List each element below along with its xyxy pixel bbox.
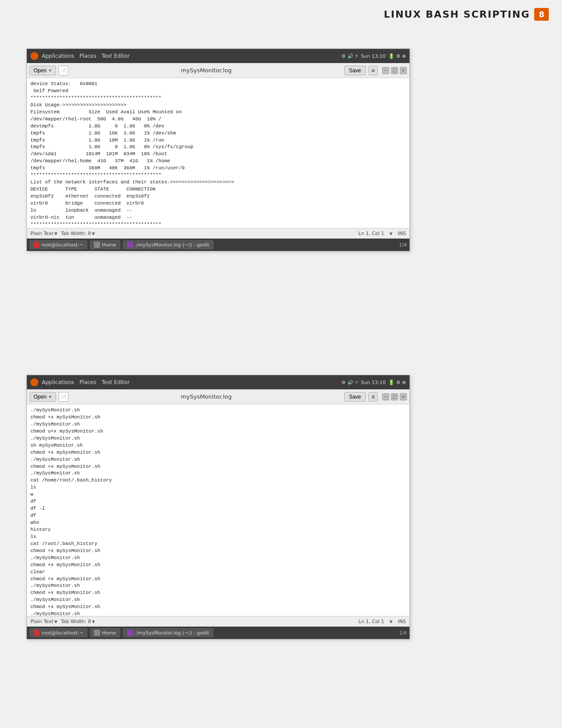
page-header: LINUX BASH SCRIPTING 8: [384, 8, 549, 21]
topbar-menu-1: Applications Places Text Editor: [42, 53, 130, 59]
taskbar-terminal-label-1: root@localhost:~: [41, 242, 83, 248]
doc-icon-1[interactable]: 📄: [59, 66, 68, 75]
window2-toolbar: Open ▼ 📄 mySysMonitor.log Save ≡ − □ ×: [27, 389, 409, 404]
taskbar-terminal-label-2: root@localhost:~: [41, 630, 83, 636]
open-label-2: Open: [33, 394, 46, 400]
window2-topbar: Applications Places Text Editor ⚙ 🔊 ⚡ Su…: [27, 375, 409, 389]
save-button-1[interactable]: Save: [344, 66, 366, 75]
window-2: Applications Places Text Editor ⚙ 🔊 ⚡ Su…: [26, 375, 410, 639]
close-button-1[interactable]: ×: [400, 67, 407, 74]
ln-col-dropdown-1[interactable]: ▼: [390, 231, 393, 236]
tray-extra-1: 🔋 ⚙ ⊕: [388, 53, 406, 59]
taskbar-item-home-1[interactable]: Home: [90, 240, 120, 249]
tray-time-2: Sun 13:10: [361, 380, 386, 385]
home-icon-2: [94, 630, 100, 636]
app-icon-1: [30, 52, 38, 60]
menu-applications-2[interactable]: Applications: [42, 379, 74, 385]
ln-col-dropdown-2[interactable]: ▼: [390, 620, 393, 624]
tab-width-label-1: Tab Width: 8: [61, 231, 91, 236]
tray-icons-2: ⚙ 🔊 ⚡: [341, 380, 358, 385]
tab-width-dropdown-1[interactable]: ▼: [92, 231, 95, 236]
open-button-1[interactable]: Open ▼: [30, 66, 56, 75]
terminal-icon-1: [33, 242, 40, 248]
plain-text-label-2: Plain Text: [30, 619, 53, 624]
close-button-2[interactable]: ×: [400, 393, 407, 400]
taskbar-1: root@localhost:~ Home ./mySysMonitor.log…: [27, 239, 409, 251]
open-dropdown-arrow-1[interactable]: ▼: [48, 68, 52, 73]
terminal-icon-2: [33, 630, 40, 636]
home-icon-1: [94, 242, 100, 248]
taskbar-2: root@localhost:~ Home ./mySysMonitor.log…: [27, 627, 409, 639]
plain-text-dropdown-2[interactable]: ▼: [54, 620, 57, 624]
page-number-badge: 8: [534, 8, 549, 21]
menu-button-2[interactable]: ≡: [368, 392, 378, 402]
plain-text-indicator-2[interactable]: Plain Text ▼: [30, 619, 57, 624]
menu-texteditor-1[interactable]: Text Editor: [101, 53, 130, 59]
save-button-2[interactable]: Save: [344, 392, 366, 402]
window1-toolbar: Open ▼ 📄 mySysMonitor.log Save ≡ − □ ×: [27, 63, 409, 78]
menu-places-2[interactable]: Places: [79, 379, 96, 385]
maximize-button-2[interactable]: □: [391, 393, 398, 400]
page-title: LINUX BASH SCRIPTING: [384, 9, 530, 20]
ins-label-2: INS: [398, 619, 406, 624]
tray-icons-1: ⚙ 🔊 ⚡: [341, 53, 358, 59]
ln-col-label-1: Ln 1, Col 1: [358, 231, 384, 236]
open-dropdown-arrow-2[interactable]: ▼: [48, 395, 52, 399]
tab-width-label-2: Tab Width: 8: [61, 619, 91, 624]
menu-applications-1[interactable]: Applications: [42, 53, 74, 59]
ins-label-1: INS: [398, 231, 406, 236]
plain-text-label-1: Plain Text: [30, 231, 53, 236]
menu-button-1[interactable]: ≡: [368, 66, 378, 75]
plain-text-indicator-1[interactable]: Plain Text ▼: [30, 231, 57, 236]
minimize-button-2[interactable]: −: [382, 393, 389, 400]
statusbar-right-1: Ln 1, Col 1 ▼ INS: [358, 231, 406, 236]
page-indicator-1: 1/4: [399, 242, 407, 248]
tray-extra-2: 🔋 ⚙ ⊕: [388, 380, 406, 385]
tray-time-1: Sun 13:10: [361, 53, 386, 59]
plain-text-dropdown-1[interactable]: ▼: [54, 231, 57, 236]
topbar-menu-2: Applications Places Text Editor: [42, 379, 130, 385]
window-1: Applications Places Text Editor ⚙ 🔊 ⚡ Su…: [26, 49, 410, 251]
taskbar-home-label-2: Home: [102, 630, 116, 636]
statusbar-right-2: Ln 1, Col 1 ▼ INS: [358, 619, 406, 624]
gedit-icon-2: [127, 630, 133, 636]
open-label-1: Open: [33, 67, 46, 74]
ln-col-label-2: Ln 1, Col 1: [358, 619, 384, 624]
taskbar-item-gedit-1[interactable]: ./mySysMonitor.log (~/) - gedit: [123, 240, 213, 249]
window1-title: mySysMonitor.log: [71, 67, 341, 74]
system-tray-1: ⚙ 🔊 ⚡ Sun 13:10 🔋 ⚙ ⊕: [341, 53, 406, 59]
menu-places-1[interactable]: Places: [79, 53, 96, 59]
window1-topbar: Applications Places Text Editor ⚙ 🔊 ⚡ Su…: [27, 49, 409, 63]
window2-controls: − □ ×: [382, 393, 407, 400]
system-tray-2: ⚙ 🔊 ⚡ Sun 13:10 🔋 ⚙ ⊕: [341, 380, 406, 385]
window1-controls: − □ ×: [382, 67, 407, 74]
doc-icon-2[interactable]: 📄: [59, 392, 68, 402]
title-text-2: mySysMonitor.log: [181, 393, 231, 400]
open-button-2[interactable]: Open ▼: [30, 392, 56, 402]
taskbar-gedit-label-2: ./mySysMonitor.log (~/) - gedit: [135, 630, 209, 636]
taskbar-item-terminal-2[interactable]: root@localhost:~: [30, 628, 87, 637]
app-icon-2: [30, 378, 38, 386]
minimize-button-1[interactable]: −: [382, 67, 389, 74]
page-indicator-2: 1/4: [399, 630, 407, 636]
gedit-icon-1: [127, 242, 133, 248]
statusbar-1: Plain Text ▼ Tab Width: 8 ▼ Ln 1, Col 1 …: [27, 228, 409, 239]
taskbar-item-gedit-2[interactable]: ./mySysMonitor.log (~/) - gedit: [123, 628, 213, 637]
editor-content-2[interactable]: ./mySysMonitor.sh chmod +x mySysMonitor.…: [27, 404, 409, 616]
taskbar-item-terminal-1[interactable]: root@localhost:~: [30, 240, 87, 249]
tab-width-dropdown-2[interactable]: ▼: [92, 620, 95, 624]
tab-width-indicator-1[interactable]: Tab Width: 8 ▼: [61, 231, 95, 236]
taskbar-home-label-1: Home: [102, 242, 116, 248]
tab-width-indicator-2[interactable]: Tab Width: 8 ▼: [61, 619, 95, 624]
editor-content-1[interactable]: device Status: 0x0001 Self Powered *****…: [27, 78, 409, 228]
maximize-button-1[interactable]: □: [391, 67, 398, 74]
taskbar-gedit-label-1: ./mySysMonitor.log (~/) - gedit: [135, 242, 209, 248]
window2-title: mySysMonitor.log: [71, 393, 341, 400]
title-text-1: mySysMonitor.log: [181, 67, 231, 74]
taskbar-item-home-2[interactable]: Home: [90, 628, 120, 637]
menu-texteditor-2[interactable]: Text Editor: [101, 379, 130, 385]
statusbar-2: Plain Text ▼ Tab Width: 8 ▼ Ln 1, Col 1 …: [27, 616, 409, 627]
